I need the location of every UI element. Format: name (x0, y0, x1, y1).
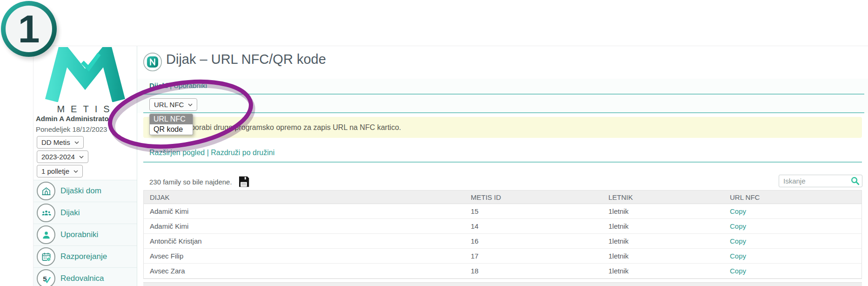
school-year-select[interactable]: 2023-2024 (37, 150, 88, 163)
actions-row: Razširjen pogled | Razdruži po družini (149, 149, 274, 157)
user-name: Admin A Administrator (36, 115, 112, 123)
actions-separator: | (205, 149, 211, 157)
table-body: Adamič Kimi 15 1letnik Copy Adamič Kimi … (144, 204, 861, 279)
semester-select-value: 1 polletje (41, 167, 69, 175)
nfc-icon (143, 52, 162, 74)
next-table-section-partial (143, 282, 862, 286)
main-content: Dijak – URL NFC/QR kode Dijaki | Uporabn… (137, 46, 868, 286)
mode-select-dropdown: URL NFC QR kode (149, 114, 193, 135)
sidebar-item-label: Redovalnica (60, 274, 104, 283)
chevron-down-icon (74, 141, 79, 144)
table-row: Adamič Kimi 14 1letnik Copy (144, 219, 861, 234)
students-table: DIJAK METIS ID LETNIK URL NFC Adamič Kim… (143, 190, 862, 279)
divider (143, 162, 862, 163)
copy-url-link[interactable]: Copy (724, 237, 861, 245)
column-header-letnik[interactable]: LETNIK (602, 193, 724, 201)
table-row: Adamič Kimi 15 1letnik Copy (144, 204, 861, 219)
house-icon (37, 182, 55, 200)
school-select[interactable]: DD Metis (37, 136, 84, 149)
results-count-text: 230 family so bile najdene. (149, 178, 232, 186)
chevron-down-icon (73, 170, 78, 173)
ungroup-by-family-link[interactable]: Razdruži po družini (211, 149, 274, 157)
cell-letnik: 1letnik (602, 207, 724, 215)
cell-letnik: 1letnik (602, 267, 724, 275)
school-select-value: DD Metis (41, 138, 70, 146)
copy-url-link[interactable]: Copy (724, 267, 861, 275)
breadcrumb-separator: | (168, 82, 174, 89)
sidebar-menu: Dijaški dom Dijaki (33, 180, 137, 286)
cell-dijak: Avsec Filip (144, 252, 465, 260)
table-row: Antončič Kristjan 16 1letnik Copy (144, 234, 861, 249)
step-number: 1 (6, 6, 52, 52)
dropdown-option-qr-kode[interactable]: QR kode (150, 124, 193, 135)
cell-metis-id: 18 (465, 267, 602, 275)
cell-metis-id: 17 (465, 252, 602, 260)
note-banner: Opomba: Uporabi drugo programsko opremo … (143, 117, 862, 138)
note-text: Uporabi drugo programsko opremo za zapis… (183, 123, 401, 131)
cell-letnik: 1letnik (602, 222, 724, 230)
cell-dijak: Antončič Kristjan (144, 237, 465, 245)
results-row: 230 family so bile najdene. (149, 175, 251, 189)
table-row: Avsec Filip 17 1letnik Copy (144, 249, 861, 264)
cell-metis-id: 16 (465, 237, 602, 245)
chevron-down-icon (79, 156, 84, 158)
schedule-icon (37, 247, 55, 266)
floppy-disk-icon[interactable] (237, 175, 251, 189)
nfc-qr-mode-select[interactable]: URL NFC (149, 98, 197, 111)
gradebook-icon: 5 (37, 269, 55, 286)
students-icon (37, 204, 55, 222)
expanded-view-link[interactable]: Razširjen pogled (149, 149, 205, 157)
sidebar-item-razporejanje[interactable]: Razporejanje (33, 246, 137, 268)
divider (143, 94, 864, 95)
sidebar-item-uporabniki[interactable]: Uporabniki (33, 224, 137, 246)
cell-dijak: Adamič Kimi (144, 207, 465, 215)
page: METIS Admin A Administrator Ponedeljek 1… (0, 0, 868, 286)
copy-url-link[interactable]: Copy (724, 207, 861, 215)
search-icon[interactable] (850, 176, 860, 188)
app-frame: METIS Admin A Administrator Ponedeljek 1… (33, 46, 868, 286)
sidebar-item-dijaski-dom[interactable]: Dijaški dom (33, 180, 137, 202)
sidebar-item-label: Razporejanje (60, 252, 107, 261)
search-box (779, 175, 862, 187)
cell-dijak: Adamič Kimi (144, 222, 465, 230)
breadcrumb: Dijaki | Uporabniki (149, 82, 207, 89)
step-number-badge: 1 (1, 1, 57, 57)
search-input[interactable] (779, 175, 862, 187)
breadcrumb-uporabniki[interactable]: Uporabniki (174, 82, 207, 89)
user-icon (37, 225, 55, 244)
school-year-select-value: 2023-2024 (41, 153, 75, 161)
cell-metis-id: 15 (465, 207, 602, 215)
breadcrumb-dijaki[interactable]: Dijaki (149, 82, 168, 89)
column-header-dijak[interactable]: DIJAK (144, 193, 465, 201)
table-header-row: DIJAK METIS ID LETNIK URL NFC (144, 191, 861, 204)
copy-url-link[interactable]: Copy (724, 222, 861, 230)
mode-select-value: URL NFC (154, 101, 184, 109)
cell-metis-id: 14 (465, 222, 602, 230)
breadcrumb-band (137, 79, 868, 113)
sidebar-item-dijaki[interactable]: Dijaki (33, 202, 137, 224)
sidebar-item-redovalnica[interactable]: 5 Redovalnica (33, 268, 137, 286)
sidebar-item-label: Dijaki (60, 208, 80, 218)
sidebar-item-label: Uporabniki (60, 230, 98, 239)
sidebar: METIS Admin A Administrator Ponedeljek 1… (33, 46, 137, 286)
page-title: Dijak – URL NFC/QR kode (166, 52, 326, 67)
cell-letnik: 1letnik (602, 252, 724, 260)
column-header-metis-id[interactable]: METIS ID (465, 193, 602, 201)
cell-letnik: 1letnik (602, 237, 724, 245)
copy-url-link[interactable]: Copy (724, 252, 861, 260)
chevron-down-icon (188, 103, 193, 106)
cell-dijak: Avsec Zara (144, 267, 465, 275)
metis-logo-icon (41, 47, 129, 104)
column-header-url-nfc[interactable]: URL NFC (724, 193, 861, 201)
divider (143, 112, 864, 113)
table-row: Avsec Zara 18 1letnik Copy (144, 264, 861, 279)
dropdown-option-url-nfc[interactable]: URL NFC (150, 114, 193, 124)
logo-wordmark: METIS (33, 104, 133, 115)
current-date: Ponedeljek 18/12/2023 (36, 125, 107, 133)
sidebar-item-label: Dijaški dom (60, 186, 101, 196)
semester-select[interactable]: 1 polletje (37, 165, 83, 177)
